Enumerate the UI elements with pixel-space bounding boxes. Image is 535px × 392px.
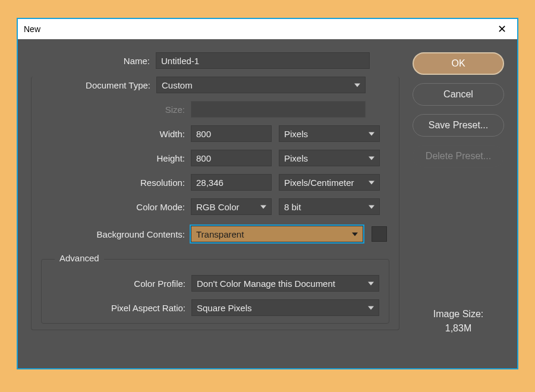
color-mode-label: Color Mode: [32,202,191,212]
size-label: Size: [32,105,191,115]
color-depth-select[interactable]: 8 bit [279,198,380,215]
delete-preset-button: Delete Preset... [413,145,504,167]
image-size-readout: Image Size: 1,83M [413,309,504,358]
resolution-unit-select[interactable]: Pixels/Centimeter [279,174,380,191]
button-column: OK Cancel Save Preset... Delete Preset..… [413,52,504,358]
resolution-input[interactable]: 28,346 [191,174,272,191]
color-mode-select[interactable]: RGB Color [191,198,272,215]
width-unit-select[interactable]: Pixels [279,125,380,142]
advanced-legend: Advanced [55,253,104,263]
resolution-label: Resolution: [32,178,191,188]
new-document-dialog: New ✕ Name: Untitled-1 Document Type: Cu… [17,18,518,369]
ok-button[interactable]: OK [413,52,504,75]
height-unit-select[interactable]: Pixels [279,150,380,166]
image-size-value: 1,83M [413,323,504,334]
background-contents-label: Background Contents: [32,229,191,239]
advanced-group: Advanced Color Profile: Don't Color Mana… [41,259,389,324]
height-label: Height: [32,153,191,163]
pixel-aspect-select[interactable]: Square Pixels [191,299,379,316]
color-profile-select[interactable]: Don't Color Manage this Document [191,275,379,292]
save-preset-button[interactable]: Save Preset... [413,114,504,137]
cancel-button[interactable]: Cancel [413,83,504,106]
document-settings-group: Document Type: Custom Size: Width: 800 [31,77,399,330]
color-profile-label: Color Profile: [42,279,191,289]
background-contents-select[interactable]: Transparent [191,226,363,242]
dialog-title: New [24,24,40,34]
titlebar: New ✕ [18,19,517,39]
name-label: Name: [31,56,156,66]
size-select [191,101,366,118]
image-size-label: Image Size: [413,309,504,320]
close-icon[interactable]: ✕ [493,23,511,36]
height-input[interactable]: 800 [191,150,272,166]
document-type-label: Document Type: [32,80,156,90]
width-input[interactable]: 800 [191,125,272,142]
name-input[interactable]: Untitled-1 [156,52,370,69]
background-color-swatch[interactable] [372,226,387,242]
document-type-select[interactable]: Custom [156,77,366,93]
pixel-aspect-label: Pixel Aspect Ratio: [42,303,191,313]
width-label: Width: [32,129,191,139]
form-area: Name: Untitled-1 Document Type: Custom S… [31,52,399,358]
